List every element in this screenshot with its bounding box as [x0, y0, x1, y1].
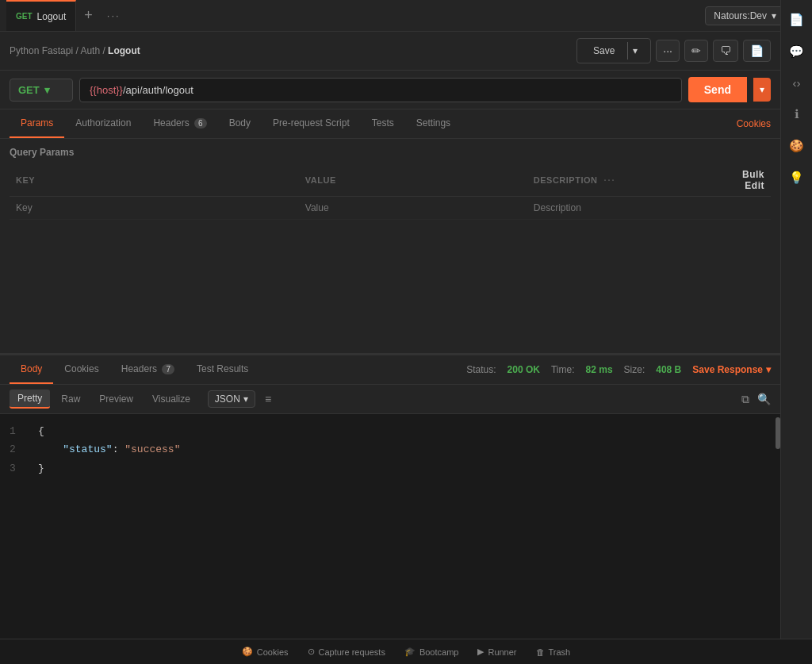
- right-sidebar: 📄 💬 ‹› ℹ 🍪 💡: [780, 0, 812, 639]
- environment-selector[interactable]: Natours:Dev ▾: [705, 6, 785, 25]
- breadcrumb: Python Fastapi / Auth / Logout: [10, 45, 140, 56]
- runner-label: Runner: [488, 647, 516, 657]
- lightbulb-sidebar-icon[interactable]: 💡: [783, 164, 811, 191]
- resp-tab-test-results[interactable]: Test Results: [186, 355, 259, 384]
- fmt-tab-pretty[interactable]: Pretty: [10, 390, 50, 409]
- cookies-status-icon: 🍪: [242, 647, 253, 657]
- response-header: Body Cookies Headers 7 Test Results Stat…: [0, 355, 780, 385]
- filter-icon[interactable]: ≡: [265, 393, 271, 405]
- tab-authorization[interactable]: Authorization: [64, 109, 142, 138]
- tab-body[interactable]: Body: [218, 109, 262, 138]
- url-input[interactable]: {{host}}/api/auth/logout: [79, 78, 682, 102]
- bootcamp-icon: 🎓: [404, 647, 416, 657]
- tab-bar: GET Logout + ··· Natours:Dev ▾ 👁: [0, 0, 812, 32]
- cookies-status-item[interactable]: 🍪 Cookies: [242, 647, 289, 657]
- status-code: 200 OK: [508, 364, 540, 375]
- format-bar: Pretty Raw Preview Visualize JSON ▾ ≡ ⧉ …: [0, 385, 780, 414]
- trash-label: Trash: [549, 647, 571, 657]
- url-host-part: {{host}}: [90, 84, 123, 96]
- fmt-tab-raw[interactable]: Raw: [53, 390, 88, 408]
- query-params-title: Query Params: [10, 147, 771, 158]
- comment-icon-button[interactable]: 🗨: [713, 40, 738, 62]
- capture-label: Capture requests: [319, 647, 385, 657]
- size-label: Size:: [624, 364, 645, 375]
- url-bar: GET ▾ {{host}}/api/auth/logout Send ▾: [0, 71, 780, 109]
- main-content: Python Fastapi / Auth / Logout Save ▾ ··…: [0, 32, 780, 639]
- code-sidebar-icon[interactable]: ‹›: [783, 70, 811, 96]
- resp-headers-badge: 7: [162, 364, 174, 374]
- cookies-status-label: Cookies: [257, 647, 289, 657]
- description-input[interactable]: [534, 202, 711, 213]
- response-area: Body Cookies Headers 7 Test Results Stat…: [0, 353, 780, 639]
- more-options-button[interactable]: ···: [656, 40, 680, 62]
- trash-status-item[interactable]: 🗑 Trash: [536, 647, 571, 657]
- request-header-actions: Save ▾ ··· ✏ 🗨 📄: [576, 38, 771, 63]
- save-button[interactable]: Save: [585, 42, 622, 59]
- capture-icon: ⊙: [308, 647, 315, 657]
- json-output[interactable]: 1 { 2 "status": "success" 3 }: [0, 414, 780, 639]
- format-type-select[interactable]: JSON ▾: [208, 390, 255, 408]
- column-more-icon[interactable]: ···: [603, 175, 615, 185]
- format-actions: ⧉ 🔍: [741, 393, 771, 406]
- format-type-chevron-icon: ▾: [243, 393, 248, 405]
- chevron-down-icon: ▾: [772, 10, 776, 21]
- bulk-edit-button[interactable]: Bulk Edit: [742, 169, 764, 191]
- format-type-value: JSON: [215, 393, 240, 405]
- tab-method: GET: [16, 12, 33, 21]
- description-column-header: DESCRIPTION: [534, 175, 598, 185]
- status-bar: 🍪 Cookies ⊙ Capture requests 🎓 Bootcamp …: [0, 639, 812, 664]
- tab-settings[interactable]: Settings: [405, 109, 462, 138]
- breadcrumb-current: Logout: [108, 45, 140, 56]
- bootcamp-label: Bootcamp: [419, 647, 459, 657]
- save-dropdown-arrow[interactable]: ▾: [627, 42, 642, 59]
- params-table: KEY VALUE DESCRIPTION ··· Bulk Edit: [10, 164, 771, 220]
- save-response-chevron-icon: ▾: [766, 364, 771, 375]
- line-number: 3: [10, 459, 25, 478]
- resp-tab-headers[interactable]: Headers 7: [110, 355, 186, 384]
- tab-tests[interactable]: Tests: [361, 109, 405, 138]
- status-label: Status:: [466, 364, 496, 375]
- tab-headers[interactable]: Headers 6: [142, 109, 217, 138]
- send-button[interactable]: Send: [688, 77, 747, 102]
- info-sidebar-icon[interactable]: ℹ: [783, 101, 811, 128]
- tab-more-button[interactable]: ···: [101, 10, 127, 21]
- bootcamp-status-item[interactable]: 🎓 Bootcamp: [404, 647, 459, 657]
- value-input[interactable]: [305, 202, 521, 213]
- document-sidebar-icon[interactable]: 📄: [783, 6, 811, 33]
- tab-name: Logout: [37, 11, 67, 22]
- cookie-sidebar-icon[interactable]: 🍪: [783, 132, 811, 159]
- tab-prerequest[interactable]: Pre-request Script: [262, 109, 361, 138]
- method-select[interactable]: GET ▾: [10, 79, 73, 102]
- comment-sidebar-icon[interactable]: 💬: [783, 38, 811, 65]
- value-column-header: VALUE: [305, 175, 336, 185]
- request-header: Python Fastapi / Auth / Logout Save ▾ ··…: [0, 32, 780, 71]
- params-section: Query Params KEY VALUE DESCRIPTION: [0, 139, 780, 228]
- json-line-2: 2 "status": "success": [10, 440, 771, 459]
- method-chevron-icon: ▾: [44, 84, 50, 96]
- cookies-link[interactable]: Cookies: [737, 112, 771, 136]
- tab-params[interactable]: Params: [10, 109, 64, 138]
- environment-name: Natours:Dev: [714, 10, 767, 21]
- copy-icon[interactable]: ⧉: [741, 393, 749, 406]
- time-label: Time:: [551, 364, 575, 375]
- key-input[interactable]: [16, 202, 293, 213]
- key-column-header: KEY: [16, 175, 35, 185]
- edit-icon-button[interactable]: ✏: [684, 40, 708, 62]
- resp-tab-body[interactable]: Body: [10, 355, 53, 384]
- fmt-tab-visualize[interactable]: Visualize: [144, 390, 198, 408]
- trash-icon: 🗑: [536, 647, 545, 657]
- params-placeholder-row: [10, 197, 771, 220]
- save-response-button[interactable]: Save Response ▾: [692, 364, 771, 375]
- new-tab-button[interactable]: +: [76, 7, 101, 24]
- request-tabs: Params Authorization Headers 6 Body Pre-…: [0, 109, 780, 139]
- size-value: 408 B: [656, 364, 681, 375]
- document-icon-button[interactable]: 📄: [743, 40, 771, 62]
- save-button-group: Save ▾: [576, 38, 651, 63]
- capture-status-item[interactable]: ⊙ Capture requests: [308, 647, 385, 657]
- send-dropdown-button[interactable]: ▾: [753, 78, 771, 102]
- search-icon[interactable]: 🔍: [757, 393, 771, 405]
- runner-status-item[interactable]: ▶ Runner: [477, 647, 516, 657]
- fmt-tab-preview[interactable]: Preview: [91, 390, 141, 408]
- resp-tab-cookies[interactable]: Cookies: [53, 355, 109, 384]
- active-tab[interactable]: GET Logout: [6, 0, 76, 31]
